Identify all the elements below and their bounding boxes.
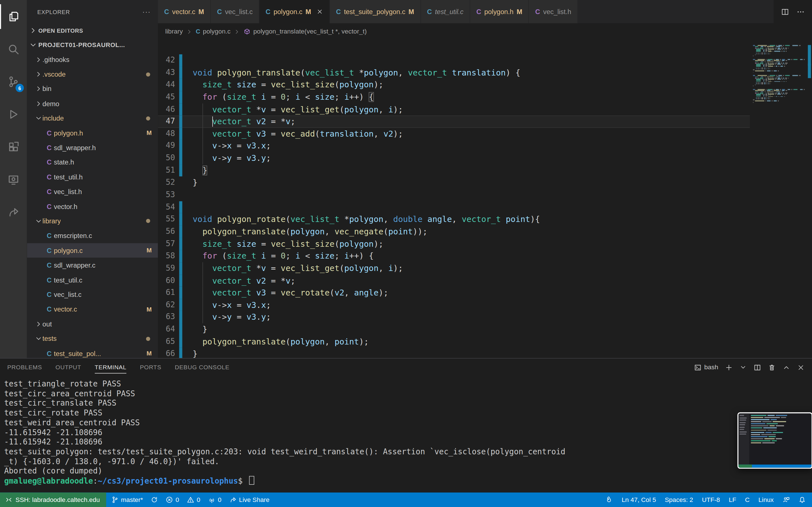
code-text[interactable]: vector_t *v = vec_list_get(polygon, i); (193, 262, 403, 274)
status-spaces-2[interactable]: Spaces: 2 (665, 496, 693, 503)
code-text[interactable]: v->x = v3.x; (193, 299, 271, 311)
close-panel-icon[interactable] (797, 363, 805, 371)
code-line-57[interactable]: 57 size_t size = vec_list_size(polygon); (158, 238, 750, 250)
code-line-59[interactable]: 59 vector_t *v = vec_list_get(polygon, i… (158, 262, 750, 274)
tree-item-state.h[interactable]: Cstate.h (27, 155, 158, 170)
status-utf-8[interactable]: UTF-8 (702, 496, 720, 503)
terminal-dropdown-icon[interactable] (740, 363, 747, 371)
code-lines[interactable]: 4243void polygon_translate(vec_list_t *p… (158, 54, 750, 358)
code-text[interactable]: vector_t v3 = vec_rotate(v2, angle); (193, 287, 388, 299)
code-line-62[interactable]: 62 v->x = v3.x; (158, 299, 750, 311)
tab-polygon.c[interactable]: Cpolygon.cM (259, 0, 330, 23)
tree-item-demo[interactable]: demo (27, 96, 158, 111)
status-bell[interactable] (799, 496, 806, 503)
status-linux[interactable]: Linux (758, 496, 774, 503)
status-git-branch[interactable]: master* (111, 496, 143, 503)
tab-vec_list.c[interactable]: Cvec_list.c (211, 0, 259, 23)
remote-ssh-indicator[interactable]: SSH: labradoodle.caltech.edu (0, 493, 106, 507)
tree-item-vec-list.h[interactable]: Cvec_list.h (27, 184, 158, 199)
split-terminal-icon[interactable] (753, 363, 761, 371)
status-live-share[interactable]: Live Share (229, 496, 269, 503)
tree-item-library[interactable]: library (27, 214, 158, 228)
more-actions-icon[interactable] (797, 8, 805, 16)
tree-item-.githooks[interactable]: .githooks (27, 52, 158, 67)
status-sync[interactable] (151, 496, 158, 503)
breadcrumb-item-2[interactable]: polygon_translate(vec_list_t *, vector_t… (244, 28, 367, 35)
tab-test_suite_polygon.c[interactable]: Ctest_suite_polygon.cM (330, 0, 421, 23)
tree-item-polygon.c[interactable]: Cpolygon.cM (27, 243, 158, 258)
code-line-60[interactable]: 60 vector_t v2 = *v; (158, 274, 750, 286)
status-c[interactable]: C (745, 496, 750, 503)
code-text[interactable]: void polygon_rotate(vec_list_t *polygon,… (193, 213, 540, 225)
tree-item-include[interactable]: include (27, 111, 158, 126)
code-line-56[interactable]: 56 polygon_translate(polygon, vec_negate… (158, 226, 750, 238)
status-flame[interactable] (606, 496, 613, 503)
tree-item-test-util.h[interactable]: Ctest_util.h (27, 170, 158, 184)
code-line-49[interactable]: 49 v->x = v3.x; (158, 140, 750, 152)
panel-tab-debug-console[interactable]: DEBUG CONSOLE (175, 358, 230, 376)
status-feedback[interactable] (782, 496, 790, 503)
code-line-63[interactable]: 63 v->y = v3.y; (158, 311, 750, 323)
code-line-54[interactable]: 54 (158, 201, 750, 213)
activity-search-icon[interactable] (0, 37, 27, 61)
code-text[interactable]: } (193, 348, 197, 358)
tab-vector.c[interactable]: Cvector.cM (158, 0, 211, 23)
tree-item-tests[interactable]: tests (27, 331, 158, 346)
code-text[interactable]: polygon_translate(polygon, vec_negate(po… (193, 226, 427, 238)
panel-tab-output[interactable]: OUTPUT (56, 358, 81, 376)
tab-vec_list.h[interactable]: Cvec_list.h (529, 0, 578, 23)
activity-live-share-icon[interactable] (0, 200, 27, 224)
tree-item-vector.c[interactable]: Cvector.cM (27, 302, 158, 317)
code-text[interactable]: vector_t *v = vec_list_get(polygon, i); (193, 103, 403, 115)
code-text[interactable]: vector_t v3 = vec_add(translation, v2); (193, 128, 403, 140)
code-line-61[interactable]: 61 vector_t v3 = vec_rotate(v2, angle); (158, 287, 750, 299)
minimap[interactable] (753, 44, 805, 104)
code-line-42[interactable]: 42 (158, 54, 750, 66)
activity-extensions-icon[interactable] (0, 135, 27, 159)
activity-source-control-icon[interactable]: 6 (0, 69, 27, 94)
status-lf[interactable]: LF (729, 496, 736, 503)
code-editor[interactable]: 4243void polygon_translate(vec_list_t *p… (158, 40, 812, 358)
tree-item-vector.h[interactable]: Cvector.h (27, 199, 158, 214)
status-warning[interactable]: 0 (187, 496, 200, 503)
code-line-64[interactable]: 64 } (158, 323, 750, 335)
tree-item-polygon.h[interactable]: Cpolygon.hM (27, 126, 158, 140)
tab-test_util.c[interactable]: Ctest_util.c (421, 0, 470, 23)
code-line-53[interactable]: 53 (158, 189, 750, 201)
activity-remote-explorer-icon[interactable] (0, 167, 27, 192)
code-line-50[interactable]: 50 v->y = v3.y; (158, 152, 750, 164)
open-editors-section[interactable]: OPEN EDITORS (27, 23, 158, 38)
code-line-47[interactable]: 47 vector_t v2 = *v; (158, 115, 750, 128)
explorer-more-actions-icon[interactable]: ··· (142, 8, 151, 16)
code-text[interactable]: vector_t v2 = *v; (193, 115, 295, 128)
maximize-panel-icon[interactable] (782, 363, 790, 371)
code-text[interactable]: vector_t v2 = *v; (193, 274, 295, 286)
project-root-folder[interactable]: PROJECT01-PROSAUROL... (27, 38, 158, 52)
code-text[interactable]: size_t size = vec_list_size(polygon); (193, 79, 384, 91)
close-icon[interactable] (316, 8, 323, 15)
code-text[interactable]: for (size_t i = 0; i < size; i++) { (193, 91, 373, 103)
panel-tab-ports[interactable]: PORTS (140, 358, 161, 376)
tree-item-.vscode[interactable]: .vscode (27, 67, 158, 82)
breadcrumb-item-0[interactable]: library (165, 28, 183, 35)
shell-selector[interactable]: bash (694, 363, 718, 371)
new-terminal-icon[interactable] (725, 363, 733, 371)
tab-polygon.h[interactable]: Cpolygon.hM (470, 0, 529, 23)
code-line-48[interactable]: 48 vector_t v3 = vec_add(translation, v2… (158, 128, 750, 140)
tree-item-out[interactable]: out (27, 317, 158, 331)
code-line-52[interactable]: 52} (158, 177, 750, 189)
split-editor-icon[interactable] (781, 8, 789, 16)
code-line-66[interactable]: 66} (158, 348, 750, 358)
breadcrumb-item-1[interactable]: Cpolygon.c (196, 28, 231, 35)
tree-item-emscripten.c[interactable]: Cemscripten.c (27, 228, 158, 243)
code-line-55[interactable]: 55void polygon_rotate(vec_list_t *polygo… (158, 213, 750, 225)
screen-share-preview[interactable] (738, 412, 812, 469)
code-text[interactable]: } (193, 177, 197, 189)
code-line-43[interactable]: 43void polygon_translate(vec_list_t *pol… (158, 66, 750, 78)
code-text[interactable]: v->y = v3.y; (193, 311, 271, 323)
panel-tab-terminal[interactable]: TERMINAL (95, 358, 126, 376)
code-line-65[interactable]: 65 polygon_translate(polygon, point); (158, 336, 750, 348)
kill-terminal-icon[interactable] (768, 363, 776, 371)
code-text[interactable]: size_t size = vec_list_size(polygon); (193, 238, 384, 250)
code-line-44[interactable]: 44 size_t size = vec_list_size(polygon); (158, 79, 750, 91)
